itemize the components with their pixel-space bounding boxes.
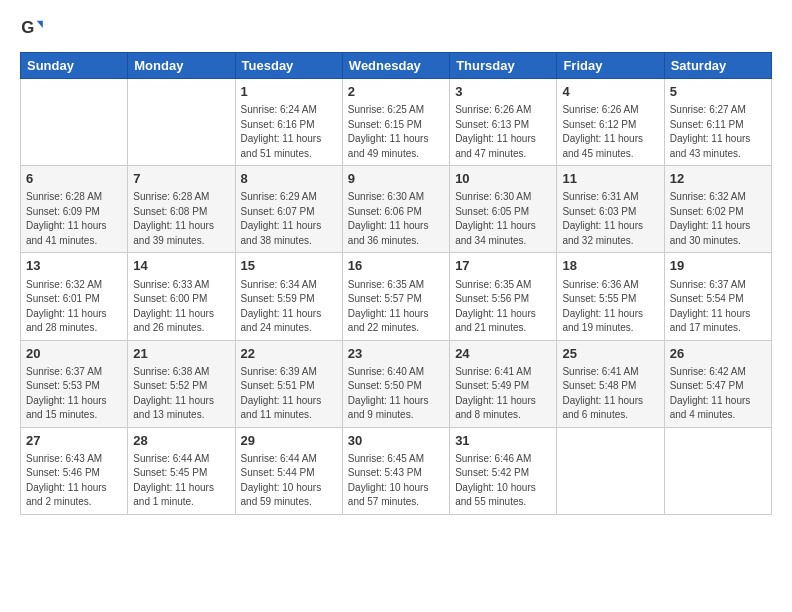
day-number: 20 <box>26 345 122 363</box>
day-number: 13 <box>26 257 122 275</box>
day-number: 31 <box>455 432 551 450</box>
cell-info: Sunrise: 6:32 AM Sunset: 6:02 PM Dayligh… <box>670 190 766 248</box>
cell-info: Sunrise: 6:31 AM Sunset: 6:03 PM Dayligh… <box>562 190 658 248</box>
day-number: 10 <box>455 170 551 188</box>
calendar-cell: 3Sunrise: 6:26 AM Sunset: 6:13 PM Daylig… <box>450 79 557 166</box>
calendar-cell: 2Sunrise: 6:25 AM Sunset: 6:15 PM Daylig… <box>342 79 449 166</box>
cell-info: Sunrise: 6:32 AM Sunset: 6:01 PM Dayligh… <box>26 278 122 336</box>
main-container: G SundayMondayTuesdayWednesdayThursdayFr… <box>0 0 792 525</box>
calendar-cell: 22Sunrise: 6:39 AM Sunset: 5:51 PM Dayli… <box>235 340 342 427</box>
calendar-cell <box>664 427 771 514</box>
day-number: 16 <box>348 257 444 275</box>
day-header-wednesday: Wednesday <box>342 53 449 79</box>
cell-info: Sunrise: 6:28 AM Sunset: 6:08 PM Dayligh… <box>133 190 229 248</box>
calendar-cell: 19Sunrise: 6:37 AM Sunset: 5:54 PM Dayli… <box>664 253 771 340</box>
cell-info: Sunrise: 6:46 AM Sunset: 5:42 PM Dayligh… <box>455 452 551 510</box>
day-number: 17 <box>455 257 551 275</box>
day-number: 7 <box>133 170 229 188</box>
cell-info: Sunrise: 6:27 AM Sunset: 6:11 PM Dayligh… <box>670 103 766 161</box>
day-number: 21 <box>133 345 229 363</box>
day-header-tuesday: Tuesday <box>235 53 342 79</box>
calendar-cell: 5Sunrise: 6:27 AM Sunset: 6:11 PM Daylig… <box>664 79 771 166</box>
day-number: 4 <box>562 83 658 101</box>
calendar-cell: 4Sunrise: 6:26 AM Sunset: 6:12 PM Daylig… <box>557 79 664 166</box>
cell-info: Sunrise: 6:44 AM Sunset: 5:45 PM Dayligh… <box>133 452 229 510</box>
cell-info: Sunrise: 6:26 AM Sunset: 6:13 PM Dayligh… <box>455 103 551 161</box>
cell-info: Sunrise: 6:38 AM Sunset: 5:52 PM Dayligh… <box>133 365 229 423</box>
day-number: 1 <box>241 83 337 101</box>
calendar-cell: 28Sunrise: 6:44 AM Sunset: 5:45 PM Dayli… <box>128 427 235 514</box>
cell-info: Sunrise: 6:30 AM Sunset: 6:05 PM Dayligh… <box>455 190 551 248</box>
calendar-cell: 6Sunrise: 6:28 AM Sunset: 6:09 PM Daylig… <box>21 166 128 253</box>
day-number: 11 <box>562 170 658 188</box>
cell-info: Sunrise: 6:34 AM Sunset: 5:59 PM Dayligh… <box>241 278 337 336</box>
calendar-cell: 9Sunrise: 6:30 AM Sunset: 6:06 PM Daylig… <box>342 166 449 253</box>
calendar-cell: 13Sunrise: 6:32 AM Sunset: 6:01 PM Dayli… <box>21 253 128 340</box>
cell-info: Sunrise: 6:42 AM Sunset: 5:47 PM Dayligh… <box>670 365 766 423</box>
cell-info: Sunrise: 6:30 AM Sunset: 6:06 PM Dayligh… <box>348 190 444 248</box>
day-number: 8 <box>241 170 337 188</box>
day-number: 18 <box>562 257 658 275</box>
svg-text:G: G <box>21 18 34 37</box>
calendar-cell: 1Sunrise: 6:24 AM Sunset: 6:16 PM Daylig… <box>235 79 342 166</box>
cell-info: Sunrise: 6:37 AM Sunset: 5:53 PM Dayligh… <box>26 365 122 423</box>
day-number: 5 <box>670 83 766 101</box>
day-number: 24 <box>455 345 551 363</box>
day-number: 3 <box>455 83 551 101</box>
calendar-cell: 25Sunrise: 6:41 AM Sunset: 5:48 PM Dayli… <box>557 340 664 427</box>
calendar-cell: 29Sunrise: 6:44 AM Sunset: 5:44 PM Dayli… <box>235 427 342 514</box>
day-header-sunday: Sunday <box>21 53 128 79</box>
cell-info: Sunrise: 6:40 AM Sunset: 5:50 PM Dayligh… <box>348 365 444 423</box>
cell-info: Sunrise: 6:41 AM Sunset: 5:49 PM Dayligh… <box>455 365 551 423</box>
week-row-5: 27Sunrise: 6:43 AM Sunset: 5:46 PM Dayli… <box>21 427 772 514</box>
calendar-cell: 18Sunrise: 6:36 AM Sunset: 5:55 PM Dayli… <box>557 253 664 340</box>
cell-info: Sunrise: 6:33 AM Sunset: 6:00 PM Dayligh… <box>133 278 229 336</box>
cell-info: Sunrise: 6:44 AM Sunset: 5:44 PM Dayligh… <box>241 452 337 510</box>
calendar-cell: 17Sunrise: 6:35 AM Sunset: 5:56 PM Dayli… <box>450 253 557 340</box>
cell-info: Sunrise: 6:37 AM Sunset: 5:54 PM Dayligh… <box>670 278 766 336</box>
calendar-cell: 30Sunrise: 6:45 AM Sunset: 5:43 PM Dayli… <box>342 427 449 514</box>
day-number: 9 <box>348 170 444 188</box>
logo: G <box>20 16 48 40</box>
day-header-friday: Friday <box>557 53 664 79</box>
cell-info: Sunrise: 6:41 AM Sunset: 5:48 PM Dayligh… <box>562 365 658 423</box>
cell-info: Sunrise: 6:25 AM Sunset: 6:15 PM Dayligh… <box>348 103 444 161</box>
day-number: 25 <box>562 345 658 363</box>
day-number: 27 <box>26 432 122 450</box>
day-number: 22 <box>241 345 337 363</box>
calendar-cell: 8Sunrise: 6:29 AM Sunset: 6:07 PM Daylig… <box>235 166 342 253</box>
calendar-cell: 20Sunrise: 6:37 AM Sunset: 5:53 PM Dayli… <box>21 340 128 427</box>
cell-info: Sunrise: 6:36 AM Sunset: 5:55 PM Dayligh… <box>562 278 658 336</box>
week-row-2: 6Sunrise: 6:28 AM Sunset: 6:09 PM Daylig… <box>21 166 772 253</box>
day-number: 28 <box>133 432 229 450</box>
cell-info: Sunrise: 6:45 AM Sunset: 5:43 PM Dayligh… <box>348 452 444 510</box>
cell-info: Sunrise: 6:35 AM Sunset: 5:56 PM Dayligh… <box>455 278 551 336</box>
calendar-cell: 15Sunrise: 6:34 AM Sunset: 5:59 PM Dayli… <box>235 253 342 340</box>
cell-info: Sunrise: 6:35 AM Sunset: 5:57 PM Dayligh… <box>348 278 444 336</box>
day-number: 26 <box>670 345 766 363</box>
logo-icon: G <box>20 16 44 40</box>
calendar-cell: 12Sunrise: 6:32 AM Sunset: 6:02 PM Dayli… <box>664 166 771 253</box>
calendar-cell <box>557 427 664 514</box>
header-row: SundayMondayTuesdayWednesdayThursdayFrid… <box>21 53 772 79</box>
day-number: 23 <box>348 345 444 363</box>
calendar-cell: 14Sunrise: 6:33 AM Sunset: 6:00 PM Dayli… <box>128 253 235 340</box>
cell-info: Sunrise: 6:26 AM Sunset: 6:12 PM Dayligh… <box>562 103 658 161</box>
header: G <box>20 16 772 40</box>
week-row-3: 13Sunrise: 6:32 AM Sunset: 6:01 PM Dayli… <box>21 253 772 340</box>
calendar-cell: 7Sunrise: 6:28 AM Sunset: 6:08 PM Daylig… <box>128 166 235 253</box>
cell-info: Sunrise: 6:24 AM Sunset: 6:16 PM Dayligh… <box>241 103 337 161</box>
cell-info: Sunrise: 6:43 AM Sunset: 5:46 PM Dayligh… <box>26 452 122 510</box>
day-header-monday: Monday <box>128 53 235 79</box>
week-row-4: 20Sunrise: 6:37 AM Sunset: 5:53 PM Dayli… <box>21 340 772 427</box>
calendar-cell: 27Sunrise: 6:43 AM Sunset: 5:46 PM Dayli… <box>21 427 128 514</box>
calendar-cell: 24Sunrise: 6:41 AM Sunset: 5:49 PM Dayli… <box>450 340 557 427</box>
calendar-cell: 16Sunrise: 6:35 AM Sunset: 5:57 PM Dayli… <box>342 253 449 340</box>
calendar-cell: 10Sunrise: 6:30 AM Sunset: 6:05 PM Dayli… <box>450 166 557 253</box>
day-header-thursday: Thursday <box>450 53 557 79</box>
calendar-cell: 23Sunrise: 6:40 AM Sunset: 5:50 PM Dayli… <box>342 340 449 427</box>
day-number: 2 <box>348 83 444 101</box>
day-number: 19 <box>670 257 766 275</box>
calendar-cell <box>21 79 128 166</box>
cell-info: Sunrise: 6:28 AM Sunset: 6:09 PM Dayligh… <box>26 190 122 248</box>
